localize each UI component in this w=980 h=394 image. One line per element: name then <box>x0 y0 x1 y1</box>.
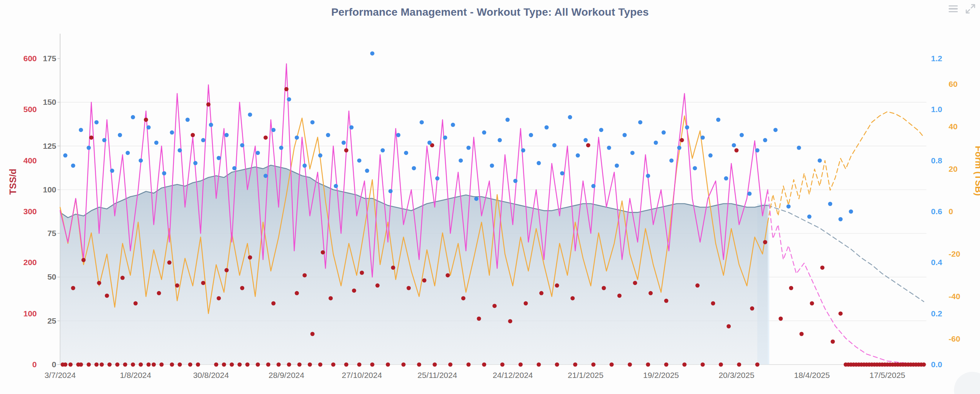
daily-tss-dot[interactable] <box>417 363 421 367</box>
daily-tss-dot[interactable] <box>276 363 281 367</box>
daily-tss-dot[interactable] <box>87 363 91 367</box>
daily-tss-dot[interactable] <box>701 363 705 367</box>
daily-tss-dot[interactable] <box>763 240 767 244</box>
daily-tss-dot[interactable] <box>217 296 221 300</box>
intensity-dot[interactable] <box>443 135 447 140</box>
daily-tss-dot[interactable] <box>482 363 486 367</box>
daily-tss-dot[interactable] <box>131 363 135 367</box>
intensity-dot[interactable] <box>217 156 221 160</box>
daily-tss-dot[interactable] <box>308 363 312 367</box>
intensity-dot[interactable] <box>154 141 158 145</box>
intensity-dot[interactable] <box>240 143 244 147</box>
daily-tss-dot[interactable] <box>683 363 687 367</box>
intensity-dot[interactable] <box>498 138 502 142</box>
intensity-dot[interactable] <box>232 166 237 170</box>
daily-tss-dot[interactable] <box>214 363 218 367</box>
daily-tss-dot[interactable] <box>69 363 73 367</box>
daily-tss-dot[interactable] <box>750 306 754 311</box>
daily-tss-dot[interactable] <box>810 301 814 306</box>
form-forecast-line[interactable] <box>768 112 924 222</box>
intensity-dot[interactable] <box>365 169 369 173</box>
intensity-dot[interactable] <box>271 128 276 132</box>
daily-tss-dot[interactable] <box>152 363 156 367</box>
intensity-dot[interactable] <box>708 153 712 158</box>
daily-tss-dot[interactable] <box>160 363 164 367</box>
daily-tss-dot[interactable] <box>318 363 322 367</box>
intensity-dot[interactable] <box>654 141 658 145</box>
daily-tss-dot[interactable] <box>492 304 497 308</box>
intensity-dot[interactable] <box>381 148 385 153</box>
intensity-dot[interactable] <box>466 146 470 150</box>
intensity-dot[interactable] <box>591 184 596 188</box>
daily-tss-dot[interactable] <box>157 291 161 295</box>
daily-tss-dot[interactable] <box>799 332 804 336</box>
daily-tss-dot[interactable] <box>123 363 127 367</box>
intensity-dot[interactable] <box>732 143 736 147</box>
intensity-dot[interactable] <box>131 115 135 119</box>
daily-tss-dot[interactable] <box>295 291 299 295</box>
daily-tss-dot[interactable] <box>922 363 926 367</box>
daily-tss-dot[interactable] <box>446 273 450 277</box>
intensity-dot[interactable] <box>63 153 67 158</box>
daily-tss-dot[interactable] <box>711 301 715 306</box>
daily-tss-dot[interactable] <box>820 265 825 270</box>
daily-tss-dot[interactable] <box>97 281 101 285</box>
intensity-dot[interactable] <box>95 120 99 124</box>
daily-tss-dot[interactable] <box>188 363 192 367</box>
daily-tss-dot[interactable] <box>537 363 541 367</box>
intensity-dot[interactable] <box>677 146 681 150</box>
daily-tss-dot[interactable] <box>648 291 653 295</box>
daily-tss-dot[interactable] <box>167 260 172 265</box>
daily-tss-dot[interactable] <box>302 273 307 277</box>
intensity-dot[interactable] <box>87 146 91 150</box>
daily-tss-dot[interactable] <box>734 148 738 153</box>
intensity-dot[interactable] <box>701 135 705 140</box>
intensity-dot[interactable] <box>279 146 283 150</box>
daily-tss-dot[interactable] <box>71 286 75 290</box>
intensity-dot[interactable] <box>79 128 83 132</box>
daily-tss-dot[interactable] <box>121 276 125 280</box>
intensity-dot[interactable] <box>459 158 463 163</box>
intensity-dot[interactable] <box>630 151 635 155</box>
intensity-dot[interactable] <box>638 120 642 124</box>
intensity-dot[interactable] <box>412 166 416 170</box>
intensity-dot[interactable] <box>302 164 307 168</box>
daily-tss-dot[interactable] <box>500 363 505 367</box>
daily-tss-dot[interactable] <box>230 363 234 367</box>
intensity-dot[interactable] <box>529 133 533 137</box>
daily-tss-dot[interactable] <box>466 363 470 367</box>
daily-tss-dot[interactable] <box>139 363 143 367</box>
daily-tss-dot[interactable] <box>727 324 731 329</box>
daily-tss-dot[interactable] <box>524 301 528 306</box>
intensity-dot[interactable] <box>350 125 354 130</box>
daily-tss-dot[interactable] <box>248 256 252 260</box>
daily-tss-dot[interactable] <box>448 363 452 367</box>
daily-tss-dot[interactable] <box>344 148 348 153</box>
daily-tss-dot[interactable] <box>245 363 250 367</box>
intensity-dot[interactable] <box>505 118 510 122</box>
intensity-dot[interactable] <box>490 164 494 168</box>
intensity-dot[interactable] <box>435 176 439 181</box>
intensity-dot[interactable] <box>126 151 130 155</box>
daily-tss-dot[interactable] <box>63 363 67 367</box>
intensity-dot[interactable] <box>740 133 744 137</box>
intensity-dot[interactable] <box>786 204 791 208</box>
intensity-dot[interactable] <box>295 135 299 140</box>
intensity-dot[interactable] <box>110 169 114 173</box>
intensity-dot[interactable] <box>170 130 174 135</box>
intensity-dot[interactable] <box>763 138 767 142</box>
daily-tss-dot[interactable] <box>147 363 151 367</box>
daily-tss-dot[interactable] <box>352 288 356 293</box>
daily-tss-dot[interactable] <box>664 299 668 303</box>
intensity-dot[interactable] <box>755 148 760 153</box>
intensity-dot[interactable] <box>318 153 322 158</box>
daily-tss-dot[interactable] <box>779 317 783 321</box>
intensity-dot[interactable] <box>474 197 479 201</box>
daily-tss-dot[interactable] <box>680 138 684 142</box>
intensity-dot[interactable] <box>201 138 205 142</box>
intensity-dot[interactable] <box>828 202 832 206</box>
daily-tss-dot[interactable] <box>201 281 205 285</box>
intensity-dot[interactable] <box>287 97 291 101</box>
daily-tss-dot[interactable] <box>178 363 182 367</box>
daily-tss-dot[interactable] <box>461 296 466 300</box>
